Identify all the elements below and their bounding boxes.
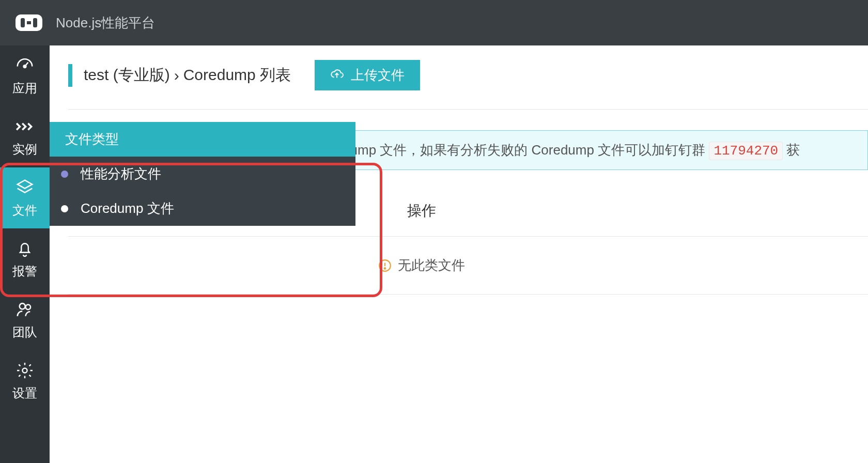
bullet-icon bbox=[61, 205, 68, 212]
cloud-upload-icon bbox=[330, 67, 344, 83]
submenu-item-perf[interactable]: 性能分析文件 bbox=[50, 157, 355, 191]
breadcrumb-page: Coredump 列表 bbox=[183, 65, 291, 86]
sidebar-item-instance[interactable]: 实例 bbox=[0, 106, 50, 167]
sidebar-item-label: 设置 bbox=[12, 385, 37, 402]
breadcrumb-row: test (专业版) › Coredump 列表 上传文件 bbox=[68, 60, 868, 110]
accent-bar bbox=[68, 64, 72, 87]
svg-point-9 bbox=[23, 368, 27, 373]
col-action: 操作 bbox=[407, 203, 436, 219]
header-title: Node.js性能平台 bbox=[56, 14, 155, 32]
svg-marker-6 bbox=[18, 180, 33, 189]
sidebar-item-settings[interactable]: 设置 bbox=[0, 350, 50, 411]
breadcrumb-sep: › bbox=[174, 67, 179, 84]
stack-icon bbox=[14, 177, 35, 198]
submenu-item-coredump[interactable]: Coredump 文件 bbox=[50, 191, 355, 226]
group-chip: 11794270 bbox=[709, 142, 783, 160]
upload-button-label: 上传文件 bbox=[351, 66, 405, 84]
gauge-icon bbox=[14, 55, 35, 76]
svg-rect-2 bbox=[27, 21, 31, 24]
gear-icon bbox=[14, 360, 35, 381]
svg-point-7 bbox=[20, 303, 25, 309]
sidebar-item-alarm[interactable]: 报警 bbox=[0, 228, 50, 289]
sidebar-item-label: 报警 bbox=[12, 263, 37, 280]
bell-icon bbox=[14, 238, 35, 259]
empty-row: 无此类文件 bbox=[68, 237, 868, 295]
file-submenu: 文件类型 性能分析文件 Coredump 文件 bbox=[50, 122, 355, 226]
chevrons-icon bbox=[14, 116, 35, 137]
bullet-icon bbox=[61, 171, 68, 178]
empty-text: 无此类文件 bbox=[398, 256, 465, 274]
sidebar-item-label: 应用 bbox=[12, 80, 37, 97]
breadcrumb-app[interactable]: test (专业版) bbox=[84, 65, 170, 86]
submenu-item-label: 性能分析文件 bbox=[81, 165, 161, 183]
top-header: Node.js性能平台 bbox=[0, 0, 868, 45]
svg-point-16 bbox=[384, 268, 386, 269]
sidebar-item-file[interactable]: 文件 bbox=[0, 167, 50, 228]
users-icon bbox=[14, 299, 35, 320]
breadcrumb: test (专业版) › Coredump 列表 bbox=[68, 64, 291, 87]
sidebar-item-label: 团队 bbox=[12, 324, 37, 341]
sidebar: 应用 实例 文件 bbox=[0, 45, 50, 463]
upload-button[interactable]: 上传文件 bbox=[315, 60, 420, 90]
sidebar-item-label: 文件 bbox=[12, 202, 37, 219]
sidebar-item-app[interactable]: 应用 bbox=[0, 45, 50, 106]
svg-point-8 bbox=[26, 305, 31, 310]
warning-icon bbox=[378, 259, 392, 272]
main-content: test (专业版) › Coredump 列表 上传文件 bbox=[50, 45, 868, 463]
submenu-header: 文件类型 bbox=[50, 122, 355, 157]
svg-rect-1 bbox=[21, 18, 25, 27]
sidebar-item-team[interactable]: 团队 bbox=[0, 289, 50, 350]
sidebar-item-label: 实例 bbox=[12, 141, 37, 158]
svg-rect-3 bbox=[33, 18, 37, 27]
submenu-item-label: Coredump 文件 bbox=[81, 199, 174, 218]
logo-icon bbox=[14, 12, 43, 33]
